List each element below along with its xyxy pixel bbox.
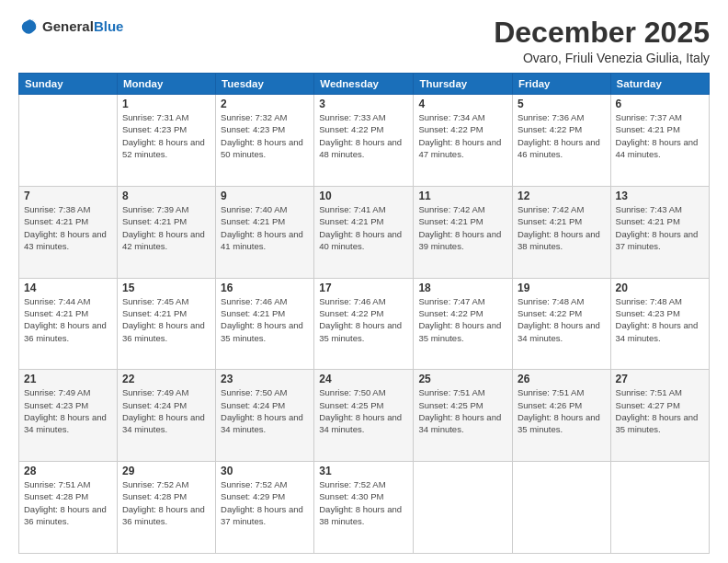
day-info: Sunrise: 7:52 AM Sunset: 4:29 PM Dayligh… bbox=[221, 478, 309, 527]
col-sunday: Sunday bbox=[19, 74, 118, 95]
logo-text-blue: Blue bbox=[94, 18, 124, 34]
day-info: Sunrise: 7:43 AM Sunset: 4:21 PM Dayligh… bbox=[616, 203, 704, 252]
day-number: 3 bbox=[319, 98, 408, 110]
calendar-cell bbox=[414, 462, 513, 554]
calendar-cell: 10Sunrise: 7:41 AM Sunset: 4:21 PM Dayli… bbox=[314, 186, 414, 278]
day-number: 19 bbox=[518, 282, 606, 294]
day-number: 24 bbox=[319, 373, 408, 385]
day-info: Sunrise: 7:52 AM Sunset: 4:30 PM Dayligh… bbox=[319, 478, 408, 527]
day-info: Sunrise: 7:37 AM Sunset: 4:21 PM Dayligh… bbox=[616, 111, 704, 160]
day-info: Sunrise: 7:48 AM Sunset: 4:22 PM Dayligh… bbox=[518, 295, 606, 344]
day-number: 26 bbox=[518, 373, 606, 385]
logo: GeneralBlue bbox=[18, 17, 123, 37]
calendar-week-row: 21Sunrise: 7:49 AM Sunset: 4:23 PM Dayli… bbox=[19, 370, 710, 462]
calendar-cell: 12Sunrise: 7:42 AM Sunset: 4:21 PM Dayli… bbox=[512, 186, 610, 278]
day-info: Sunrise: 7:44 AM Sunset: 4:21 PM Dayligh… bbox=[24, 295, 112, 344]
calendar-cell bbox=[610, 462, 709, 554]
calendar-cell: 26Sunrise: 7:51 AM Sunset: 4:26 PM Dayli… bbox=[512, 370, 610, 462]
calendar-cell: 18Sunrise: 7:47 AM Sunset: 4:22 PM Dayli… bbox=[414, 278, 513, 370]
calendar-cell: 30Sunrise: 7:52 AM Sunset: 4:29 PM Dayli… bbox=[216, 462, 314, 554]
day-number: 25 bbox=[418, 373, 507, 385]
calendar-cell: 15Sunrise: 7:45 AM Sunset: 4:21 PM Dayli… bbox=[117, 278, 215, 370]
day-number: 6 bbox=[616, 98, 704, 110]
day-number: 27 bbox=[616, 373, 704, 385]
calendar-cell: 13Sunrise: 7:43 AM Sunset: 4:21 PM Dayli… bbox=[610, 186, 709, 278]
month-title: December 2025 bbox=[494, 17, 710, 49]
day-number: 14 bbox=[24, 282, 112, 294]
day-info: Sunrise: 7:32 AM Sunset: 4:23 PM Dayligh… bbox=[221, 111, 309, 160]
calendar-header-row: Sunday Monday Tuesday Wednesday Thursday… bbox=[19, 74, 710, 95]
day-info: Sunrise: 7:51 AM Sunset: 4:27 PM Dayligh… bbox=[616, 386, 704, 435]
day-number: 9 bbox=[221, 190, 309, 202]
day-info: Sunrise: 7:46 AM Sunset: 4:21 PM Dayligh… bbox=[221, 295, 309, 344]
calendar-cell: 16Sunrise: 7:46 AM Sunset: 4:21 PM Dayli… bbox=[216, 278, 314, 370]
day-info: Sunrise: 7:41 AM Sunset: 4:21 PM Dayligh… bbox=[319, 203, 408, 252]
day-number: 12 bbox=[518, 190, 606, 202]
col-thursday: Thursday bbox=[414, 74, 513, 95]
calendar-cell: 6Sunrise: 7:37 AM Sunset: 4:21 PM Daylig… bbox=[610, 95, 709, 187]
day-number: 11 bbox=[418, 190, 507, 202]
day-number: 2 bbox=[221, 98, 309, 110]
calendar-cell bbox=[512, 462, 610, 554]
day-info: Sunrise: 7:52 AM Sunset: 4:28 PM Dayligh… bbox=[122, 478, 210, 527]
day-info: Sunrise: 7:51 AM Sunset: 4:28 PM Dayligh… bbox=[24, 478, 112, 527]
day-number: 5 bbox=[518, 98, 606, 110]
day-info: Sunrise: 7:50 AM Sunset: 4:25 PM Dayligh… bbox=[319, 386, 408, 435]
day-info: Sunrise: 7:51 AM Sunset: 4:25 PM Dayligh… bbox=[418, 386, 507, 435]
day-number: 17 bbox=[319, 282, 408, 294]
calendar-cell: 8Sunrise: 7:39 AM Sunset: 4:21 PM Daylig… bbox=[117, 186, 215, 278]
calendar-cell: 5Sunrise: 7:36 AM Sunset: 4:22 PM Daylig… bbox=[512, 95, 610, 187]
day-number: 18 bbox=[418, 282, 507, 294]
calendar-cell: 20Sunrise: 7:48 AM Sunset: 4:23 PM Dayli… bbox=[610, 278, 709, 370]
day-info: Sunrise: 7:46 AM Sunset: 4:22 PM Dayligh… bbox=[319, 295, 408, 344]
day-number: 10 bbox=[319, 190, 408, 202]
calendar-cell bbox=[19, 95, 118, 187]
col-tuesday: Tuesday bbox=[216, 74, 314, 95]
day-number: 31 bbox=[319, 465, 408, 477]
day-number: 21 bbox=[24, 373, 112, 385]
calendar-cell: 7Sunrise: 7:38 AM Sunset: 4:21 PM Daylig… bbox=[19, 186, 118, 278]
day-number: 30 bbox=[221, 465, 309, 477]
day-info: Sunrise: 7:49 AM Sunset: 4:24 PM Dayligh… bbox=[122, 386, 210, 435]
day-number: 20 bbox=[616, 282, 704, 294]
location-title: Ovaro, Friuli Venezia Giulia, Italy bbox=[494, 51, 710, 65]
logo-text-general: General bbox=[42, 18, 94, 34]
day-number: 1 bbox=[122, 98, 210, 110]
calendar-cell: 29Sunrise: 7:52 AM Sunset: 4:28 PM Dayli… bbox=[117, 462, 215, 554]
day-info: Sunrise: 7:49 AM Sunset: 4:23 PM Dayligh… bbox=[24, 386, 112, 435]
calendar-cell: 2Sunrise: 7:32 AM Sunset: 4:23 PM Daylig… bbox=[216, 95, 314, 187]
day-number: 8 bbox=[122, 190, 210, 202]
day-info: Sunrise: 7:51 AM Sunset: 4:26 PM Dayligh… bbox=[518, 386, 606, 435]
day-info: Sunrise: 7:40 AM Sunset: 4:21 PM Dayligh… bbox=[221, 203, 309, 252]
day-number: 29 bbox=[122, 465, 210, 477]
calendar-week-row: 1Sunrise: 7:31 AM Sunset: 4:23 PM Daylig… bbox=[19, 95, 710, 187]
day-info: Sunrise: 7:47 AM Sunset: 4:22 PM Dayligh… bbox=[418, 295, 507, 344]
day-info: Sunrise: 7:50 AM Sunset: 4:24 PM Dayligh… bbox=[221, 386, 309, 435]
day-info: Sunrise: 7:42 AM Sunset: 4:21 PM Dayligh… bbox=[518, 203, 606, 252]
day-info: Sunrise: 7:42 AM Sunset: 4:21 PM Dayligh… bbox=[418, 203, 507, 252]
day-info: Sunrise: 7:39 AM Sunset: 4:21 PM Dayligh… bbox=[122, 203, 210, 252]
day-number: 15 bbox=[122, 282, 210, 294]
calendar-cell: 25Sunrise: 7:51 AM Sunset: 4:25 PM Dayli… bbox=[414, 370, 513, 462]
calendar-cell: 23Sunrise: 7:50 AM Sunset: 4:24 PM Dayli… bbox=[216, 370, 314, 462]
day-info: Sunrise: 7:45 AM Sunset: 4:21 PM Dayligh… bbox=[122, 295, 210, 344]
calendar-cell: 4Sunrise: 7:34 AM Sunset: 4:22 PM Daylig… bbox=[414, 95, 513, 187]
col-wednesday: Wednesday bbox=[314, 74, 414, 95]
day-info: Sunrise: 7:48 AM Sunset: 4:23 PM Dayligh… bbox=[616, 295, 704, 344]
calendar-cell: 9Sunrise: 7:40 AM Sunset: 4:21 PM Daylig… bbox=[216, 186, 314, 278]
page: GeneralBlue December 2025 Ovaro, Friuli … bbox=[0, 0, 728, 563]
calendar-cell: 21Sunrise: 7:49 AM Sunset: 4:23 PM Dayli… bbox=[19, 370, 118, 462]
calendar-cell: 19Sunrise: 7:48 AM Sunset: 4:22 PM Dayli… bbox=[512, 278, 610, 370]
day-info: Sunrise: 7:33 AM Sunset: 4:22 PM Dayligh… bbox=[319, 111, 408, 160]
calendar-cell: 31Sunrise: 7:52 AM Sunset: 4:30 PM Dayli… bbox=[314, 462, 414, 554]
header: GeneralBlue December 2025 Ovaro, Friuli … bbox=[18, 17, 710, 65]
logo-icon bbox=[18, 17, 39, 37]
day-number: 13 bbox=[616, 190, 704, 202]
day-info: Sunrise: 7:38 AM Sunset: 4:21 PM Dayligh… bbox=[24, 203, 112, 252]
day-number: 16 bbox=[221, 282, 309, 294]
calendar-cell: 28Sunrise: 7:51 AM Sunset: 4:28 PM Dayli… bbox=[19, 462, 118, 554]
day-number: 22 bbox=[122, 373, 210, 385]
calendar-week-row: 7Sunrise: 7:38 AM Sunset: 4:21 PM Daylig… bbox=[19, 186, 710, 278]
day-info: Sunrise: 7:34 AM Sunset: 4:22 PM Dayligh… bbox=[418, 111, 507, 160]
calendar-table: Sunday Monday Tuesday Wednesday Thursday… bbox=[18, 73, 710, 554]
